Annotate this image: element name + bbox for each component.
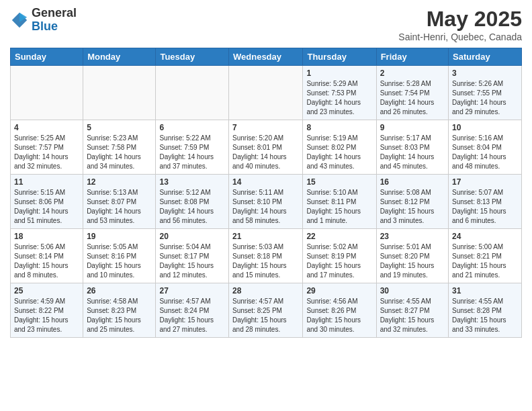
day-number: 7 bbox=[232, 123, 299, 132]
day-info: Sunrise: 5:25 AM Sunset: 7:57 PM Dayligh… bbox=[14, 134, 79, 171]
day-number: 2 bbox=[380, 68, 445, 78]
calendar-cell: 31Sunrise: 4:55 AM Sunset: 8:28 PM Dayli… bbox=[449, 283, 522, 338]
calendar-cell bbox=[11, 66, 83, 120]
month-title: May 2025 bbox=[398, 7, 522, 32]
weekday-header-thursday: Thursday bbox=[303, 48, 376, 66]
calendar-week-3: 18Sunrise: 5:06 AM Sunset: 8:14 PM Dayli… bbox=[11, 229, 522, 283]
day-number: 14 bbox=[232, 177, 299, 187]
logo-general: General bbox=[32, 7, 77, 20]
calendar-body: 1Sunrise: 5:29 AM Sunset: 7:53 PM Daylig… bbox=[11, 66, 522, 338]
day-number: 8 bbox=[306, 123, 372, 132]
calendar-cell: 4Sunrise: 5:25 AM Sunset: 7:57 PM Daylig… bbox=[11, 120, 83, 175]
calendar-cell: 19Sunrise: 5:05 AM Sunset: 8:16 PM Dayli… bbox=[83, 229, 156, 283]
day-info: Sunrise: 5:02 AM Sunset: 8:19 PM Dayligh… bbox=[306, 242, 372, 280]
day-info: Sunrise: 5:00 AM Sunset: 8:21 PM Dayligh… bbox=[452, 242, 518, 280]
calendar-week-0: 1Sunrise: 5:29 AM Sunset: 7:53 PM Daylig… bbox=[11, 66, 522, 120]
calendar-cell: 3Sunrise: 5:26 AM Sunset: 7:55 PM Daylig… bbox=[449, 66, 522, 120]
calendar-cell: 6Sunrise: 5:22 AM Sunset: 7:59 PM Daylig… bbox=[156, 120, 229, 175]
calendar-cell: 17Sunrise: 5:07 AM Sunset: 8:13 PM Dayli… bbox=[449, 175, 522, 229]
calendar-cell: 22Sunrise: 5:02 AM Sunset: 8:19 PM Dayli… bbox=[303, 229, 376, 283]
day-number: 31 bbox=[452, 286, 518, 295]
day-info: Sunrise: 5:06 AM Sunset: 8:14 PM Dayligh… bbox=[14, 242, 79, 280]
calendar-cell: 18Sunrise: 5:06 AM Sunset: 8:14 PM Dayli… bbox=[11, 229, 83, 283]
day-number: 26 bbox=[87, 286, 152, 295]
calendar-cell: 5Sunrise: 5:23 AM Sunset: 7:58 PM Daylig… bbox=[83, 120, 156, 175]
weekday-header-monday: Monday bbox=[83, 48, 156, 66]
day-info: Sunrise: 4:57 AM Sunset: 8:24 PM Dayligh… bbox=[159, 297, 225, 334]
day-number: 22 bbox=[306, 232, 372, 241]
calendar-cell: 28Sunrise: 4:57 AM Sunset: 8:25 PM Dayli… bbox=[229, 283, 303, 338]
day-number: 27 bbox=[159, 286, 225, 295]
calendar-cell: 27Sunrise: 4:57 AM Sunset: 8:24 PM Dayli… bbox=[156, 283, 229, 338]
weekday-header-tuesday: Tuesday bbox=[156, 48, 229, 66]
title-block: May 2025 Saint-Henri, Quebec, Canada bbox=[398, 7, 522, 42]
calendar-cell: 20Sunrise: 5:04 AM Sunset: 8:17 PM Dayli… bbox=[156, 229, 229, 283]
day-info: Sunrise: 4:55 AM Sunset: 8:28 PM Dayligh… bbox=[452, 297, 518, 334]
weekday-header-saturday: Saturday bbox=[449, 48, 522, 66]
day-number: 15 bbox=[306, 177, 372, 187]
day-number: 25 bbox=[14, 286, 79, 295]
day-info: Sunrise: 5:20 AM Sunset: 8:01 PM Dayligh… bbox=[232, 134, 299, 171]
day-number: 24 bbox=[452, 232, 518, 241]
weekday-header-sunday: Sunday bbox=[11, 48, 83, 66]
calendar-cell: 16Sunrise: 5:08 AM Sunset: 8:12 PM Dayli… bbox=[376, 175, 448, 229]
day-number: 17 bbox=[452, 177, 518, 187]
day-number: 4 bbox=[14, 123, 79, 132]
calendar-cell: 2Sunrise: 5:28 AM Sunset: 7:54 PM Daylig… bbox=[376, 66, 448, 120]
day-info: Sunrise: 4:55 AM Sunset: 8:27 PM Dayligh… bbox=[380, 297, 445, 334]
day-info: Sunrise: 5:08 AM Sunset: 8:12 PM Dayligh… bbox=[380, 188, 445, 226]
day-number: 3 bbox=[452, 68, 518, 78]
calendar-cell: 25Sunrise: 4:59 AM Sunset: 8:22 PM Dayli… bbox=[11, 283, 83, 338]
day-info: Sunrise: 5:17 AM Sunset: 8:03 PM Dayligh… bbox=[380, 134, 445, 171]
day-info: Sunrise: 5:16 AM Sunset: 8:04 PM Dayligh… bbox=[452, 134, 518, 171]
calendar-cell: 11Sunrise: 5:15 AM Sunset: 8:06 PM Dayli… bbox=[11, 175, 83, 229]
calendar-cell bbox=[229, 66, 303, 120]
weekday-header-wednesday: Wednesday bbox=[229, 48, 303, 66]
calendar-cell: 7Sunrise: 5:20 AM Sunset: 8:01 PM Daylig… bbox=[229, 120, 303, 175]
calendar-cell: 23Sunrise: 5:01 AM Sunset: 8:20 PM Dayli… bbox=[376, 229, 448, 283]
day-info: Sunrise: 5:07 AM Sunset: 8:13 PM Dayligh… bbox=[452, 188, 518, 226]
day-number: 30 bbox=[380, 286, 445, 295]
day-number: 28 bbox=[232, 286, 299, 295]
day-number: 6 bbox=[159, 123, 225, 132]
calendar-cell: 24Sunrise: 5:00 AM Sunset: 8:21 PM Dayli… bbox=[449, 229, 522, 283]
day-number: 1 bbox=[306, 68, 372, 78]
day-info: Sunrise: 4:56 AM Sunset: 8:26 PM Dayligh… bbox=[306, 297, 372, 334]
weekday-row: SundayMondayTuesdayWednesdayThursdayFrid… bbox=[11, 48, 522, 66]
day-info: Sunrise: 5:10 AM Sunset: 8:11 PM Dayligh… bbox=[306, 188, 372, 226]
day-info: Sunrise: 5:23 AM Sunset: 7:58 PM Dayligh… bbox=[87, 134, 152, 171]
day-info: Sunrise: 5:04 AM Sunset: 8:17 PM Dayligh… bbox=[159, 242, 225, 280]
day-info: Sunrise: 5:19 AM Sunset: 8:02 PM Dayligh… bbox=[306, 134, 372, 171]
day-number: 19 bbox=[87, 232, 152, 241]
calendar-cell: 12Sunrise: 5:13 AM Sunset: 8:07 PM Dayli… bbox=[83, 175, 156, 229]
calendar-cell: 26Sunrise: 4:58 AM Sunset: 8:23 PM Dayli… bbox=[83, 283, 156, 338]
logo-text: General Blue bbox=[32, 7, 77, 34]
calendar-cell: 29Sunrise: 4:56 AM Sunset: 8:26 PM Dayli… bbox=[303, 283, 376, 338]
calendar-cell: 14Sunrise: 5:11 AM Sunset: 8:10 PM Dayli… bbox=[229, 175, 303, 229]
day-info: Sunrise: 5:11 AM Sunset: 8:10 PM Dayligh… bbox=[232, 188, 299, 226]
page: General Blue May 2025 Saint-Henri, Quebe… bbox=[0, 0, 532, 345]
day-info: Sunrise: 5:15 AM Sunset: 8:06 PM Dayligh… bbox=[14, 188, 79, 226]
calendar-cell: 15Sunrise: 5:10 AM Sunset: 8:11 PM Dayli… bbox=[303, 175, 376, 229]
day-number: 9 bbox=[380, 123, 445, 132]
day-info: Sunrise: 5:03 AM Sunset: 8:18 PM Dayligh… bbox=[232, 242, 299, 280]
day-number: 16 bbox=[380, 177, 445, 187]
day-info: Sunrise: 5:01 AM Sunset: 8:20 PM Dayligh… bbox=[380, 242, 445, 280]
calendar-week-4: 25Sunrise: 4:59 AM Sunset: 8:22 PM Dayli… bbox=[11, 283, 522, 338]
location: Saint-Henri, Quebec, Canada bbox=[398, 32, 522, 42]
calendar-cell: 1Sunrise: 5:29 AM Sunset: 7:53 PM Daylig… bbox=[303, 66, 376, 120]
weekday-header-friday: Friday bbox=[376, 48, 448, 66]
calendar-cell bbox=[83, 66, 156, 120]
day-number: 29 bbox=[306, 286, 372, 295]
day-info: Sunrise: 5:28 AM Sunset: 7:54 PM Dayligh… bbox=[380, 79, 445, 117]
day-number: 5 bbox=[87, 123, 152, 132]
logo-blue: Blue bbox=[32, 20, 77, 34]
day-info: Sunrise: 5:13 AM Sunset: 8:07 PM Dayligh… bbox=[87, 188, 152, 226]
day-number: 20 bbox=[159, 232, 225, 241]
day-number: 11 bbox=[14, 177, 79, 187]
day-number: 12 bbox=[87, 177, 152, 187]
calendar-cell: 9Sunrise: 5:17 AM Sunset: 8:03 PM Daylig… bbox=[376, 120, 448, 175]
day-info: Sunrise: 5:29 AM Sunset: 7:53 PM Dayligh… bbox=[306, 79, 372, 117]
calendar-cell: 13Sunrise: 5:12 AM Sunset: 8:08 PM Dayli… bbox=[156, 175, 229, 229]
day-info: Sunrise: 5:26 AM Sunset: 7:55 PM Dayligh… bbox=[452, 79, 518, 117]
